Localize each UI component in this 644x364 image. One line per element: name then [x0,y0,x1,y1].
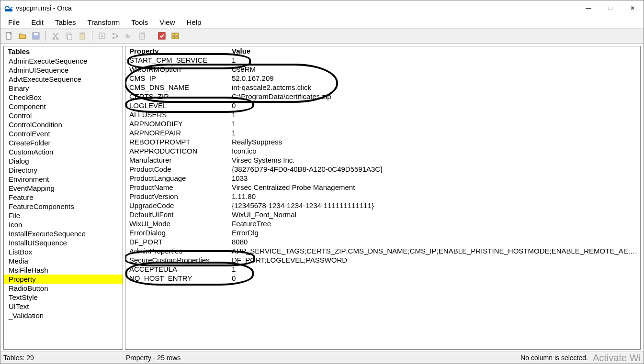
table-item-textstyle[interactable]: TextStyle [4,293,123,302]
property-name[interactable]: CERTS_ZIP [127,92,230,101]
property-value[interactable]: C:\ProgramData\certificates.zip [230,92,638,101]
table-item-createfolder[interactable]: CreateFolder [4,138,123,147]
property-value[interactable]: ReallySuppress [230,137,638,146]
property-name[interactable]: ACCEPTEULA [127,265,230,274]
property-value[interactable]: DF_PORT;LOGLEVEL;PASSWORD [230,255,638,265]
table-item-featurecomponents[interactable]: FeatureComponents [4,202,123,211]
property-row[interactable]: ProductCode{38276D79-4FD0-40B8-A120-0C49… [125,165,640,174]
table-item-eventmapping[interactable]: EventMapping [4,184,123,193]
property-row[interactable]: DefaultUIFontWixUI_Font_Normal [125,210,640,219]
property-value[interactable]: int-qascale2.actcms.click [230,83,638,92]
property-value[interactable]: Icon.ico [230,146,638,155]
property-value[interactable]: 52.0.167.209 [230,74,638,83]
property-row[interactable]: ARPPRODUCTICONIcon.ico [125,146,640,155]
property-row[interactable]: ManufacturerVirsec Systems Inc. [125,155,640,165]
property-value[interactable]: 1 [230,265,638,274]
property-value[interactable]: Virsec Centralized Probe Management [230,183,638,192]
property-name[interactable]: WixUIRMOption [127,65,230,74]
property-name[interactable]: CMS_DNS_NAME [127,83,230,92]
grid-header[interactable]: Property Value [125,46,640,55]
table-item-component[interactable]: Component [4,102,123,111]
property-name[interactable]: LOGLEVEL [127,101,230,110]
property-row[interactable]: WixUI_ModeFeatureTree [125,219,640,228]
table-item-adminexecutesequence[interactable]: AdminExecuteSequence [4,56,123,66]
property-row[interactable]: ProductLanguage1033 [125,174,640,183]
property-value[interactable]: 1 [230,55,638,65]
property-row[interactable]: ACCEPTEULA1 [125,265,640,274]
property-name[interactable]: DefaultUIFont [127,210,230,219]
schema-icon[interactable] [169,30,181,42]
property-value[interactable]: UseRM [230,65,638,74]
property-row[interactable]: ProductNameVirsec Centralized Probe Mana… [125,183,640,192]
property-name[interactable]: Manufacturer [127,155,230,165]
property-row[interactable]: REBOOTPROMPTReallySuppress [125,137,640,146]
table-item-feature[interactable]: Feature [4,193,123,202]
validate-icon[interactable] [156,30,168,42]
table-item-directory[interactable]: Directory [4,165,123,175]
menu-tables[interactable]: Tables [49,17,81,28]
table-item-radiobutton[interactable]: RadioButton [4,284,123,293]
property-name[interactable]: WixUI_Mode [127,219,230,228]
property-value[interactable]: 0 [230,274,638,283]
property-value[interactable]: Virsec Systems Inc. [230,155,638,165]
property-value[interactable]: ErrorDlg [230,228,638,237]
property-value[interactable]: 1 [230,119,638,128]
menu-tools[interactable]: Tools [125,17,154,28]
property-row[interactable]: SecureCustomPropertiesDF_PORT;LOGLEVEL;P… [125,255,640,265]
menu-edit[interactable]: Edit [25,17,49,28]
table-item-adminuisequence[interactable]: AdminUISequence [4,66,123,75]
table-item-installuisequence[interactable]: InstallUISequence [4,238,123,247]
property-row[interactable]: ProductVersion1.11.80 [125,192,640,201]
table-item-uitext[interactable]: UIText [4,302,123,311]
property-name[interactable]: REBOOTPROMPT [127,137,230,146]
menu-help[interactable]: Help [181,17,207,28]
table-item-controlevent[interactable]: ControlEvent [4,129,123,138]
table-item-listbox[interactable]: ListBox [4,247,123,256]
menu-view[interactable]: View [154,17,181,28]
table-item-media[interactable]: Media [4,256,123,265]
maximize-button[interactable]: □ [599,0,621,16]
grid-body[interactable]: START_CPM_SERVICE1WixUIRMOptionUseRMCMS_… [125,55,640,283]
table-item-environment[interactable]: Environment [4,175,123,184]
property-row[interactable]: NO_HOST_ENTRY0 [125,274,640,283]
column-header-property[interactable]: Property [127,46,230,55]
table-item-file[interactable]: File [4,211,123,220]
property-row[interactable]: ErrorDialogErrorDlg [125,228,640,237]
minimize-button[interactable]: — [577,0,599,16]
property-name[interactable]: DF_PORT [127,237,230,246]
property-name[interactable]: ARPNOREPAIR [127,128,230,137]
property-row[interactable]: CMS_DNS_NAMEint-qascale2.actcms.click [125,83,640,92]
property-name[interactable]: START_CPM_SERVICE [127,55,230,65]
table-item-installexecutesequence[interactable]: InstallExecuteSequence [4,229,123,238]
property-value[interactable]: APP_SERVICE_TAGS;CERTS_ZIP;CMS_DNS_NAME;… [230,246,638,255]
property-value[interactable]: WixUI_Font_Normal [230,210,638,219]
table-item-msifilehash[interactable]: MsiFileHash [4,265,123,275]
table-item-binary[interactable]: Binary [4,84,123,93]
property-row[interactable]: CMS_IP52.0.167.209 [125,74,640,83]
column-header-value[interactable]: Value [230,46,638,55]
table-item-control[interactable]: Control [4,111,123,120]
property-name[interactable]: SecureCustomProperties [127,255,230,265]
property-value[interactable]: FeatureTree [230,219,638,228]
property-row[interactable]: DF_PORT8080 [125,237,640,246]
property-name[interactable]: ProductName [127,183,230,192]
property-value[interactable]: 1033 [230,174,638,183]
property-value[interactable]: 1 [230,110,638,119]
menu-file[interactable]: File [2,17,25,28]
table-item-checkbox[interactable]: CheckBox [4,93,123,102]
open-file-icon[interactable] [17,30,28,42]
table-item-controlcondition[interactable]: ControlCondition [4,120,123,129]
property-row[interactable]: ALLUSERS1 [125,110,640,119]
property-row[interactable]: ARPNOREPAIR1 [125,128,640,137]
tables-list[interactable]: AdminExecuteSequenceAdminUISequenceAdvtE… [4,56,123,349]
property-name[interactable]: ARPPRODUCTICON [127,146,230,155]
property-name[interactable]: ProductCode [127,165,230,174]
property-name[interactable]: ProductVersion [127,192,230,201]
property-row[interactable]: WixUIRMOptionUseRM [125,65,640,74]
property-name[interactable]: NO_HOST_ENTRY [127,274,230,283]
property-value[interactable]: 1.11.80 [230,192,638,201]
property-row[interactable]: AdminPropertiesAPP_SERVICE_TAGS;CERTS_ZI… [125,246,640,255]
table-item-icon[interactable]: Icon [4,220,123,229]
table-item-property[interactable]: Property [4,275,123,284]
table-item-dialog[interactable]: Dialog [4,156,123,165]
